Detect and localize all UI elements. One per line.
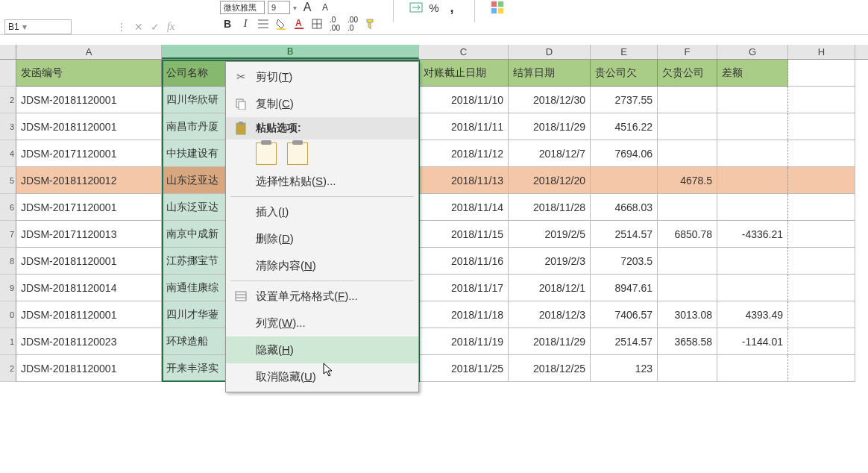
cell[interactable] [717,140,788,167]
cell[interactable]: 2018/12/25 [509,355,591,382]
row-header[interactable]: 2 [0,87,16,113]
cell[interactable]: 2018/11/19 [419,328,509,355]
cell[interactable]: 7694.06 [591,140,658,167]
font-name-select[interactable]: 微软雅黑 [220,1,265,14]
cell[interactable]: JDSM-20181120001 [16,113,162,140]
cell[interactable]: 2019/2/5 [509,221,591,248]
cell[interactable] [788,301,855,328]
cell[interactable] [788,275,855,301]
decrease-font-button[interactable]: A [318,0,333,15]
expand-formula-icon[interactable]: ⋮ [116,21,127,33]
paste-option-all[interactable] [256,142,277,165]
cell[interactable]: JDSM-20171120001 [16,140,162,167]
cell[interactable]: 2018/11/15 [419,221,509,248]
conditional-format-button[interactable] [490,0,505,15]
menu-copy[interactable]: 复制(C) [226,90,418,117]
row-header[interactable]: 9 [0,275,16,301]
cell[interactable]: 2018/11/16 [419,248,509,275]
cell[interactable] [717,355,788,382]
col-header-f[interactable]: F [658,45,717,59]
select-all-corner[interactable] [0,45,16,59]
font-size-select[interactable]: 9 [268,1,290,14]
cell[interactable]: 2514.57 [591,221,658,248]
fx-icon[interactable]: fx [167,21,174,33]
table-header[interactable]: 对账截止日期 [419,60,509,87]
row-header[interactable]: 0 [0,301,16,328]
cell[interactable] [788,140,855,167]
cell[interactable] [788,194,855,221]
cell[interactable]: JDSM-20181120001 [16,87,162,113]
cell[interactable]: JDSM-20171120001 [16,194,162,221]
col-header-g[interactable]: G [717,45,788,59]
name-box[interactable]: B1 ▾ [4,19,72,34]
cell[interactable]: JDSM-20181120023 [16,328,162,355]
cell[interactable]: JDSM-20181120001 [16,248,162,275]
cell[interactable]: 2018/11/13 [419,167,509,194]
cell[interactable]: 2018/11/17 [419,275,509,301]
col-header-e[interactable]: E [591,45,658,59]
menu-delete[interactable]: 删除(D) [226,225,418,252]
cell[interactable] [788,221,855,248]
menu-insert[interactable]: 插入(I) [226,198,418,225]
menu-format-cells[interactable]: 设置单元格格式(F)... [226,283,418,310]
col-header-b[interactable]: B [162,45,419,59]
menu-clear-contents[interactable]: 清除内容(N) [226,252,418,279]
cell[interactable] [788,167,855,194]
menu-paste-special[interactable]: 选择性粘贴(S)... [226,168,418,195]
confirm-icon[interactable]: ✓ [151,21,160,33]
cell[interactable]: 4393.49 [717,301,788,328]
col-header-a[interactable]: A [16,45,162,59]
table-header[interactable]: 发函编号 [16,60,162,87]
cell[interactable]: 2018/11/10 [419,87,509,113]
cell[interactable] [658,248,717,275]
cell[interactable]: 7406.57 [591,301,658,328]
paste-option-values[interactable] [287,142,308,165]
col-header-d[interactable]: D [509,45,591,59]
cell[interactable]: 4678.5 [658,167,717,194]
cell[interactable] [591,167,658,194]
cell[interactable]: JDSM-20181120001 [16,301,162,328]
cell[interactable]: 2018/12/1 [509,275,591,301]
cell[interactable]: 2018/12/3 [509,301,591,328]
cell[interactable]: 2018/11/12 [419,140,509,167]
increase-font-button[interactable]: A [300,0,315,15]
merge-button[interactable] [409,0,424,15]
cell[interactable]: 4668.03 [591,194,658,221]
cell[interactable]: 2018/11/29 [509,328,591,355]
cell[interactable] [658,140,717,167]
cell[interactable]: 2018/11/28 [509,194,591,221]
cell[interactable]: -1144.01 [717,328,788,355]
cell[interactable] [788,328,855,355]
cell[interactable]: 123 [591,355,658,382]
cell[interactable]: 2018/11/11 [419,113,509,140]
cell[interactable]: 2018/12/7 [509,140,591,167]
cell[interactable] [717,113,788,140]
cell[interactable]: 2737.55 [591,87,658,113]
cell[interactable] [788,87,855,113]
cell[interactable]: JDSM-20171120013 [16,221,162,248]
cell[interactable] [658,87,717,113]
cell[interactable]: 2018/11/29 [509,113,591,140]
cell[interactable]: 2018/11/14 [419,194,509,221]
cell[interactable]: 4516.22 [591,113,658,140]
cell[interactable] [658,275,717,301]
table-header[interactable]: 差额 [717,60,788,87]
cell[interactable]: 8947.61 [591,275,658,301]
cell[interactable] [788,355,855,382]
col-header-h[interactable]: H [788,45,855,59]
cell[interactable] [788,248,855,275]
comma-style-button[interactable]: , [444,0,459,15]
cell[interactable]: 2514.57 [591,328,658,355]
row-header[interactable]: 6 [0,194,16,221]
cell[interactable]: 2018/11/18 [419,301,509,328]
cell[interactable]: 7203.5 [591,248,658,275]
row-header[interactable]: 8 [0,248,16,275]
table-header[interactable]: 贵公司欠 [591,60,658,87]
cell[interactable] [717,248,788,275]
row-header[interactable]: 2 [0,355,16,382]
cell[interactable] [717,87,788,113]
col-header-c[interactable]: C [419,45,509,59]
cell[interactable]: 6850.78 [658,221,717,248]
menu-column-width[interactable]: 列宽(W)... [226,310,418,336]
cell[interactable] [788,113,855,140]
